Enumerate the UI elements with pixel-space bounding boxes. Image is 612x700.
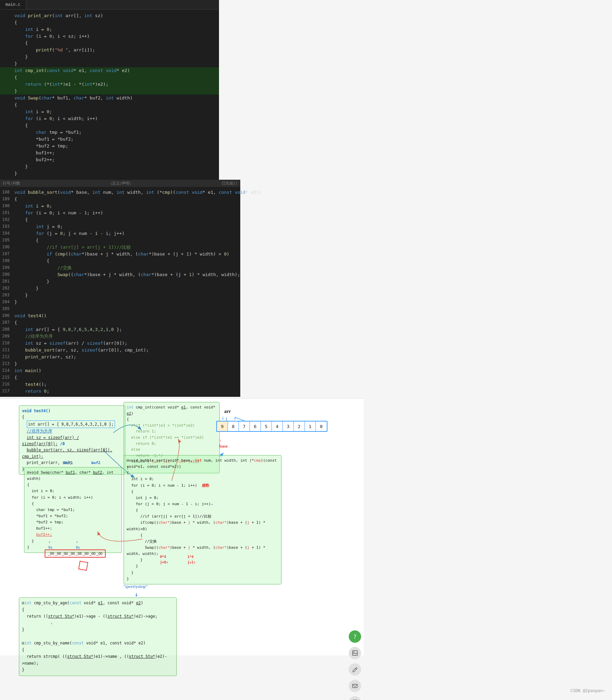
code-editor-bottom: 188void bubble_sort(void* base, int num,… (0, 187, 240, 397)
editor-tabs-top[interactable]: main.c (0, 0, 219, 10)
array-cell-0: 9 (217, 422, 228, 431)
arr-arrow-right: ↓ (233, 415, 236, 420)
svg-point-1 (354, 652, 355, 653)
edit-icon-button[interactable] (349, 663, 361, 676)
arr-arrow-left: ↓ (221, 415, 224, 420)
arr-label: arr (224, 409, 231, 414)
tab-main-c[interactable]: main.c (0, 0, 26, 9)
swap-annotation-box: ⊟void Swap(char* buf1, char* buf2, int w… (24, 467, 122, 553)
cmp-stu-age-box: ⊟int cmp_stu_by_age(const void* e1, cons… (19, 597, 177, 676)
array-cell-4: 5 (261, 422, 272, 431)
array-cell-2: 7 (239, 422, 250, 431)
divider-bar: 行号/列数 （定义/声明） 已完成() (0, 180, 240, 187)
string-arrow: ↓ (135, 591, 138, 598)
svg-rect-0 (353, 651, 357, 655)
mail-icon-button[interactable] (349, 680, 361, 692)
divider-right: 已完成() (222, 181, 238, 186)
array-cell-1: 8 (228, 422, 239, 431)
red-square-decoration (78, 561, 88, 571)
array-cell-9: 0 (316, 422, 327, 431)
base-label: ↑base (219, 438, 228, 449)
array-cell-5: 4 (272, 422, 283, 431)
array-cell-6: 3 (283, 422, 294, 431)
memory-row-box: _09 _00 _00 _00 _08 _00 _00 _00 (45, 549, 106, 558)
comment-icon-button[interactable] (349, 696, 361, 700)
right-sidebar: ? (346, 625, 364, 700)
code-editor-top: void print_arr(int arr[], int sz) { int … (0, 10, 219, 180)
csdn-watermark: CSDN @2panpan~ (570, 688, 605, 693)
array-cell-7: 2 (294, 422, 305, 431)
bubble-sort-annotation-box: ⊟void bubble_sort(void* base, int num, i… (124, 455, 281, 584)
image-icon-button[interactable] (349, 647, 361, 659)
array-visualization: 9 8 7 6 5 4 3 2 1 0 (216, 421, 327, 432)
question-icon-button[interactable]: ? (349, 630, 361, 643)
svg-rect-2 (353, 684, 357, 688)
array-cell-8: 1 (305, 422, 316, 431)
array-cell-3: 6 (250, 422, 261, 431)
string-label: "qwertyuiop" (124, 584, 148, 589)
divider-left: 行号/列数 (3, 181, 20, 186)
divider-center: （定义/声明） (108, 181, 134, 186)
